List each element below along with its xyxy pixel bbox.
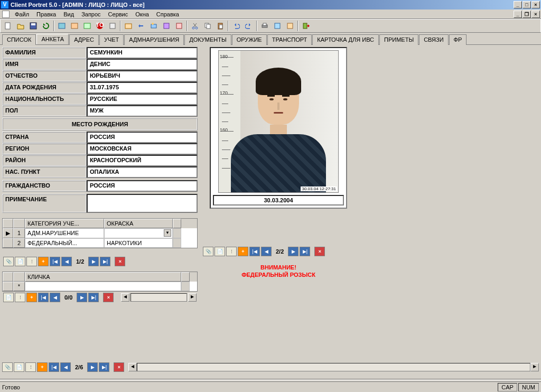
tb-icon-13[interactable] bbox=[161, 20, 172, 32]
value-country[interactable]: РОССИЯ bbox=[87, 132, 198, 143]
ph-prev-button[interactable]: ◀ bbox=[261, 247, 272, 256]
grid2-col-nick[interactable]: КЛИЧКА bbox=[25, 272, 181, 282]
tab-violations[interactable]: АДМНАРУШЕНИЯ bbox=[124, 34, 184, 45]
g2-delete-button[interactable]: × bbox=[103, 293, 114, 302]
ph-dots-icon[interactable]: ⋮ bbox=[226, 247, 237, 256]
rn-delete-button[interactable]: × bbox=[114, 362, 124, 372]
mdi-close-button[interactable]: × bbox=[531, 11, 540, 18]
g2-prev-button[interactable]: ◀ bbox=[50, 293, 60, 302]
tab-ivs[interactable]: КАРТОЧКА ДЛЯ ИВС bbox=[312, 34, 379, 45]
tab-list[interactable]: СПИСОК bbox=[2, 34, 36, 45]
grid1-scroll[interactable] bbox=[173, 219, 181, 228]
rn-first-button[interactable]: |◀ bbox=[49, 362, 59, 372]
rn-next-button[interactable]: ▶ bbox=[87, 362, 98, 372]
minimize-button[interactable]: _ bbox=[514, 1, 522, 8]
nav-dots-icon[interactable]: ⋮ bbox=[26, 257, 37, 266]
tb-refresh-icon[interactable] bbox=[40, 20, 52, 32]
ph-last-button[interactable]: ▶| bbox=[300, 247, 310, 256]
mdi-minimize-button[interactable]: _ bbox=[514, 11, 522, 18]
tb-undo-icon[interactable] bbox=[230, 20, 242, 32]
nav-delete-button[interactable]: × bbox=[115, 257, 125, 266]
tb-open-icon[interactable] bbox=[15, 20, 26, 32]
tb-cut-icon[interactable] bbox=[189, 20, 201, 32]
tb-icon-12[interactable] bbox=[148, 20, 160, 32]
tb-new-icon[interactable] bbox=[2, 20, 14, 32]
g2-last-button[interactable]: ▶| bbox=[88, 293, 99, 302]
rn-add-button[interactable]: + bbox=[37, 362, 48, 372]
tb-redo-icon[interactable] bbox=[243, 20, 255, 32]
rn-dots-icon[interactable]: ⋮ bbox=[25, 362, 36, 372]
nav-attach-icon[interactable]: 📎 bbox=[3, 257, 14, 266]
tb-stop-icon[interactable]: STOP bbox=[94, 20, 106, 32]
tab-links[interactable]: СВЯЗИ bbox=[419, 34, 448, 45]
nav-doc-icon[interactable]: 📄 bbox=[15, 257, 25, 266]
grid2-row-marker[interactable] bbox=[3, 282, 13, 291]
tab-transport[interactable]: ТРАНСПОРТ bbox=[267, 34, 312, 45]
tb-icon-11[interactable] bbox=[135, 20, 147, 32]
grid1-row1-cat[interactable]: АДМ.НАРУШЕНИЕ bbox=[25, 228, 104, 238]
ph-attach-icon[interactable]: 📎 bbox=[203, 247, 213, 256]
tb-exit-icon[interactable] bbox=[300, 20, 312, 32]
g2-dots-icon[interactable]: ⋮ bbox=[15, 293, 25, 302]
value-nationality[interactable]: РУССКИЕ bbox=[87, 94, 198, 105]
ph-first-button[interactable]: |◀ bbox=[249, 247, 260, 256]
grid1-row2-marker[interactable] bbox=[3, 238, 13, 248]
g2-scroll-right[interactable]: ▶ bbox=[188, 293, 197, 302]
nav-next-button[interactable]: ▶ bbox=[88, 257, 99, 266]
grid2-row-nick[interactable] bbox=[25, 282, 181, 291]
main-scroll-left[interactable]: ◀ bbox=[128, 363, 137, 371]
rn-attach-icon[interactable]: 📎 bbox=[2, 362, 13, 372]
tb-paste-icon[interactable] bbox=[214, 20, 226, 32]
ph-next-button[interactable]: ▶ bbox=[288, 247, 299, 256]
tab-form[interactable]: АНКЕТА bbox=[36, 34, 69, 44]
tb-icon-10[interactable] bbox=[123, 20, 134, 32]
tb-icon-14[interactable] bbox=[173, 20, 185, 32]
tb-icon-9[interactable] bbox=[107, 20, 118, 32]
tab-marks[interactable]: ПРИМЕТЫ bbox=[379, 34, 418, 45]
rn-prev-button[interactable]: ◀ bbox=[60, 362, 71, 372]
tb-icon-21[interactable] bbox=[272, 20, 283, 32]
menu-windows[interactable]: Окна bbox=[132, 10, 153, 18]
value-name[interactable]: ДЕНИС bbox=[87, 59, 198, 70]
menu-view[interactable]: Вид bbox=[60, 10, 78, 18]
grid1-row1-marker[interactable]: ▶ bbox=[3, 228, 13, 238]
g2-scroll-track[interactable] bbox=[130, 293, 187, 302]
nav-first-button[interactable]: |◀ bbox=[50, 257, 60, 266]
close-button[interactable]: × bbox=[531, 1, 540, 8]
menu-service[interactable]: Сервис bbox=[105, 10, 132, 18]
menu-edit[interactable]: Правка bbox=[33, 10, 60, 18]
value-citizenship[interactable]: РОССИЯ bbox=[87, 180, 198, 192]
tab-weapon[interactable]: ОРУЖИЕ bbox=[232, 34, 267, 45]
g2-add-button[interactable]: + bbox=[26, 293, 37, 302]
g2-next-button[interactable]: ▶ bbox=[77, 293, 87, 302]
tb-icon-22[interactable] bbox=[284, 20, 296, 32]
g2-scroll-left[interactable]: ◀ bbox=[121, 293, 129, 302]
ph-doc-icon[interactable]: 📄 bbox=[214, 247, 225, 256]
tb-icon-5[interactable] bbox=[56, 20, 68, 32]
tb-print-icon[interactable] bbox=[259, 20, 270, 32]
tab-docs[interactable]: ДОКУМЕНТЫ bbox=[184, 34, 231, 45]
value-sex[interactable]: МУЖ bbox=[87, 105, 198, 117]
tab-account[interactable]: УЧЕТ bbox=[99, 34, 124, 45]
rn-last-button[interactable]: ▶| bbox=[99, 362, 109, 372]
main-scroll-track[interactable] bbox=[137, 363, 530, 371]
tb-copy-icon[interactable] bbox=[202, 20, 213, 32]
nav-prev-button[interactable]: ◀ bbox=[61, 257, 72, 266]
g2-doc-icon[interactable]: 📄 bbox=[3, 293, 14, 302]
value-note[interactable] bbox=[87, 194, 198, 213]
value-patronymic[interactable]: ЮРЬЕВИЧ bbox=[87, 70, 198, 82]
grid1-col-category[interactable]: КАТЕГОРИЯ УЧЕ... bbox=[25, 219, 104, 228]
value-surname[interactable]: СЕМУНКИН bbox=[87, 47, 198, 59]
value-district[interactable]: КРАСНОГОРСКИЙ bbox=[87, 155, 198, 166]
rn-doc-icon[interactable]: 📄 bbox=[14, 362, 24, 372]
value-dob[interactable]: 31.07.1975 bbox=[87, 82, 198, 94]
g2-first-button[interactable]: |◀ bbox=[38, 293, 49, 302]
tb-icon-6[interactable] bbox=[69, 20, 80, 32]
menu-help[interactable]: Справка bbox=[153, 10, 183, 18]
grid1-row2-color[interactable]: НАРКОТИКИ bbox=[104, 238, 173, 248]
menu-file[interactable]: Файл bbox=[11, 10, 33, 18]
grid1-row1-color[interactable]: ▼ bbox=[104, 228, 173, 238]
tab-address[interactable]: АДРЕС bbox=[69, 34, 99, 45]
ph-add-button[interactable]: + bbox=[238, 247, 248, 256]
nav-add-button[interactable]: + bbox=[38, 257, 49, 266]
